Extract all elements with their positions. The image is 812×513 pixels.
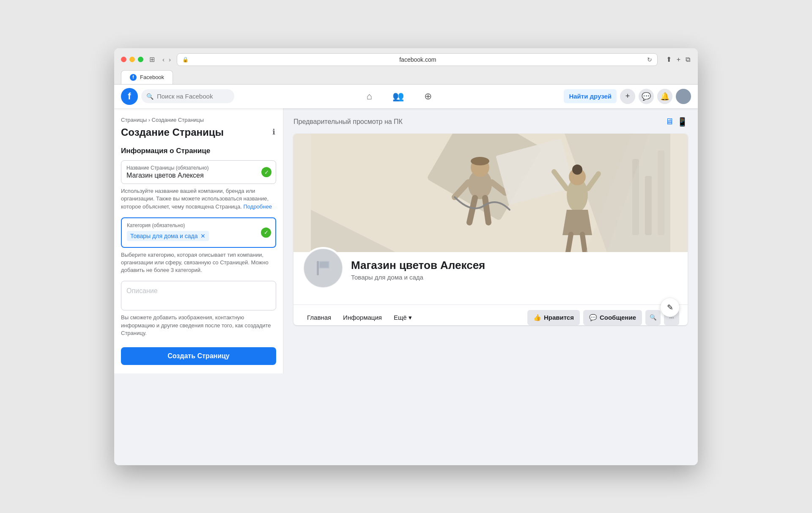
nav-center: ⌂ 👥 ⊕	[234, 88, 564, 105]
maximize-button[interactable]	[138, 57, 143, 62]
page-avatar-inner	[304, 249, 342, 287]
new-tab-button[interactable]: +	[676, 55, 681, 64]
close-button[interactable]	[121, 57, 126, 62]
category-field[interactable]: Категория (обязательно) Товары для дома …	[121, 217, 276, 248]
name-field-label: Название Страницы (обязательно)	[126, 165, 271, 171]
refresh-icon: ↻	[647, 56, 652, 63]
browser-actions: ⬆ + ⧉	[665, 55, 691, 64]
description-placeholder: Описание	[126, 287, 271, 295]
svg-rect-25	[317, 261, 319, 275]
category-check-icon: ✓	[261, 228, 271, 238]
tab-bar: f Facebook	[121, 70, 691, 84]
name-field-value[interactable]: Магазин цветов Алексея	[126, 172, 271, 179]
active-tab[interactable]: f Facebook	[121, 70, 173, 84]
sidebar: Страницы › Создание Страницы Создание Ст…	[114, 108, 283, 373]
lock-icon: 🔒	[182, 57, 189, 63]
find-friends-button[interactable]: Найти друзей	[564, 89, 617, 103]
page-nav-tabs: Главная Информация Ещё ▾	[302, 310, 417, 325]
share-button[interactable]: ⬆	[665, 55, 672, 64]
description-field[interactable]: Описание	[121, 281, 276, 310]
page-action-buttons: 👍 Нравится 💬 Сообщение 🔍 ···	[527, 310, 679, 325]
svg-line-10	[485, 198, 488, 222]
breadcrumb-pages-link[interactable]: Страницы	[121, 117, 147, 123]
tab-label: Facebook	[140, 74, 164, 80]
plus-button[interactable]: +	[620, 89, 635, 104]
url-text: facebook.com	[192, 56, 644, 63]
category-hint: Выберите категорию, которая описывает ти…	[121, 251, 276, 274]
name-field: Название Страницы (обязательно) Магазин …	[121, 160, 276, 184]
like-button[interactable]: 👍 Нравится	[527, 310, 580, 325]
home-nav-button[interactable]: ⌂	[358, 88, 381, 105]
page-tab-more[interactable]: Ещё ▾	[389, 310, 417, 325]
search-bar[interactable]: 🔍	[141, 89, 234, 103]
facebook-app: f 🔍 ⌂ 👥 ⊕ Найти друзей + 💬 🔔	[114, 85, 698, 465]
preview-container: Магазин цветов Алексея Товары для дома и…	[294, 134, 688, 325]
nav-right: Найти друзей + 💬 🔔	[564, 89, 691, 104]
svg-point-6	[471, 157, 489, 165]
svg-marker-17	[562, 210, 592, 235]
avatar[interactable]	[676, 89, 691, 104]
name-hint: Используйте название вашей компании, бре…	[121, 187, 276, 211]
main-content: Страницы › Создание Страницы Создание Ст…	[114, 108, 698, 373]
page-title: Создание Страницы	[121, 126, 224, 139]
message-button[interactable]: 💬 Сообщение	[583, 310, 642, 325]
minimize-button[interactable]	[129, 57, 135, 62]
title-row: Создание Страницы ℹ	[121, 126, 276, 139]
fab-edit-button[interactable]: ✎	[661, 298, 679, 317]
notifications-button[interactable]: 🔔	[657, 89, 672, 104]
messenger-button[interactable]: 💬	[639, 89, 654, 104]
page-avatar	[302, 247, 344, 289]
page-preview-card: Магазин цветов Алексея Товары для дома и…	[294, 134, 688, 325]
browser-chrome: ⊞ ‹ › 🔒 facebook.com ↻ ⬆ + ⧉ f Facebook	[114, 48, 698, 85]
back-button[interactable]: ‹	[161, 55, 166, 64]
page-tab-home[interactable]: Главная	[302, 310, 336, 325]
preview-panel: Предварительный просмотр на ПК 🖥 📱	[283, 108, 698, 373]
sidebar-toggle-button[interactable]: ⊞	[148, 55, 156, 64]
page-info-section: Магазин цветов Алексея Товары для дома и…	[294, 252, 688, 305]
preview-header: Предварительный просмотр на ПК 🖥 📱	[294, 117, 688, 127]
page-category: Товары для дома и сада	[351, 274, 485, 281]
bottom-hint: Вы сможете добавить изображения, контакт…	[121, 314, 276, 337]
tag-remove-button[interactable]: ✕	[200, 233, 206, 239]
fb-logo[interactable]: f	[121, 88, 138, 105]
svg-point-14	[572, 165, 582, 175]
preview-title: Предварительный просмотр на ПК	[294, 118, 403, 126]
cover-photo	[294, 134, 688, 252]
page-nav-row: Главная Информация Ещё ▾ 👍 Нравится	[294, 305, 688, 325]
page-name-section: Магазин цветов Алексея Товары для дома и…	[351, 255, 485, 281]
thumbs-up-icon: 👍	[533, 314, 541, 321]
tag-label: Товары для дома и сада	[130, 233, 198, 239]
message-label: Сообщение	[600, 314, 636, 321]
create-page-button[interactable]: Создать Страницу	[121, 347, 276, 365]
like-label: Нравится	[544, 314, 574, 321]
browser-window: ⊞ ‹ › 🔒 facebook.com ↻ ⬆ + ⧉ f Facebook	[114, 48, 698, 465]
friends-nav-button[interactable]: 👥	[384, 88, 412, 105]
category-field-label: Категория (обязательно)	[127, 222, 270, 228]
category-tag[interactable]: Товары для дома и сада ✕	[127, 231, 209, 241]
svg-line-18	[568, 234, 571, 252]
search-icon: 🔍	[146, 93, 154, 100]
tab-favicon: f	[130, 74, 137, 81]
tabs-button[interactable]: ⧉	[685, 55, 691, 64]
page-tab-info[interactable]: Информация	[338, 310, 387, 325]
svg-line-19	[582, 234, 585, 252]
groups-nav-button[interactable]: ⊕	[416, 88, 440, 105]
more-chevron-icon: ▾	[409, 314, 412, 321]
mobile-view-button[interactable]: 📱	[677, 117, 688, 127]
info-icon-button[interactable]: ℹ	[272, 126, 276, 137]
page-search-button[interactable]: 🔍	[645, 310, 661, 325]
name-hint-link[interactable]: Подробнее	[244, 203, 272, 210]
top-nav: f 🔍 ⌂ 👥 ⊕ Найти друзей + 💬 🔔	[114, 85, 698, 108]
name-check-icon: ✓	[261, 167, 272, 177]
device-buttons: 🖥 📱	[665, 117, 688, 127]
search-input[interactable]	[157, 93, 229, 100]
page-header-row: Магазин цветов Алексея Товары для дома и…	[302, 252, 679, 298]
forward-button[interactable]: ›	[167, 55, 173, 64]
nav-buttons: ‹ ›	[161, 55, 173, 64]
breadcrumb: Страницы › Создание Страницы	[121, 117, 276, 123]
traffic-lights	[121, 57, 143, 62]
page-name: Магазин цветов Алексея	[351, 259, 485, 272]
section-label: Информация о Странице	[121, 147, 276, 155]
desktop-view-button[interactable]: 🖥	[665, 117, 674, 127]
address-bar[interactable]: 🔒 facebook.com ↻	[177, 53, 658, 66]
